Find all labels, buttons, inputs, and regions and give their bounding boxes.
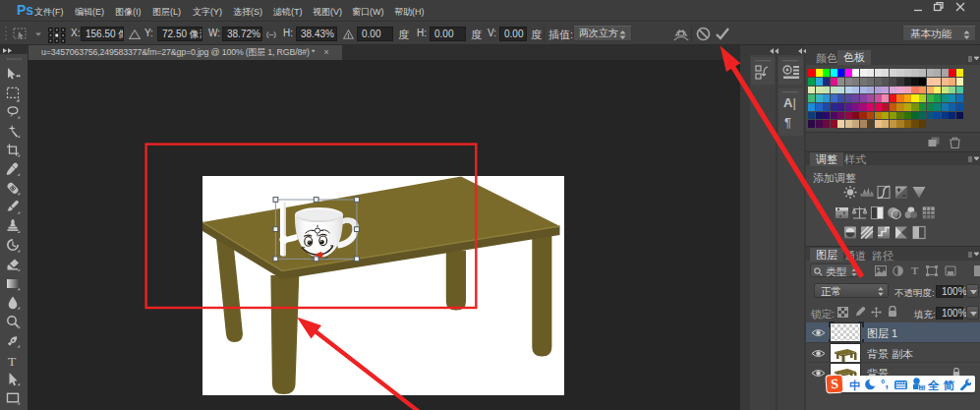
svg-text:23: 23	[920, 385, 926, 390]
svg-text:T: T	[8, 354, 17, 369]
